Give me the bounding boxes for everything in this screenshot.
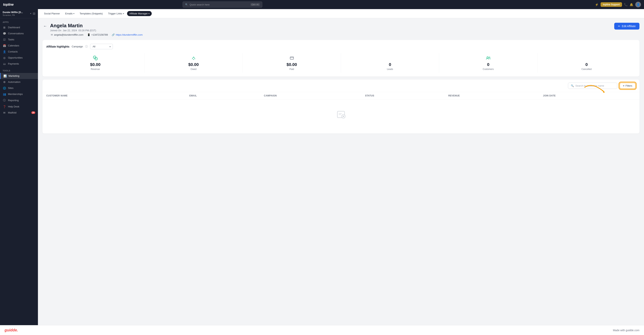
stats-row: $0.00 Revenue $0.00 Owed: [46, 53, 636, 73]
contacts-icon: 👤: [3, 50, 6, 53]
subnav-templates[interactable]: Templates (Snippets): [77, 11, 105, 16]
affiliate-email: angela@dundermifflin.com: [54, 33, 84, 36]
subnav-trigger-links[interactable]: Trigger Links ▾: [106, 11, 126, 16]
sidebar-item-payments[interactable]: 🗂 Payments: [0, 61, 38, 67]
sidebar-item-conversations[interactable]: 💬 Conversations: [0, 30, 38, 36]
sidebar-item-helpdesk[interactable]: ❓ Help Desk: [0, 104, 38, 110]
sidebar-item-automation[interactable]: ⚙ Automation: [0, 79, 38, 85]
customer-search-wrapper[interactable]: 🔍: [568, 83, 617, 89]
affiliate-meta: ✉ angela@dundermifflin.com 📱 +1347215678…: [42, 33, 640, 36]
reporting-icon: ⓘ: [3, 99, 6, 102]
back-button[interactable]: ←: [42, 23, 48, 29]
sidebar-item-opportunities[interactable]: ◎ Opportunities: [0, 55, 38, 61]
svg-point-4: [487, 57, 488, 58]
calendars-icon: 📅: [3, 44, 6, 47]
sidebar-item-label: Memberships: [8, 93, 23, 95]
tasks-icon: ☑: [3, 38, 6, 41]
empty-state-row: [42, 99, 640, 134]
affiliate-manager-chevron-icon: ▾: [148, 12, 150, 14]
campaign-select[interactable]: All: [90, 44, 113, 49]
sidebar: Dunder Mifflin [D... Scranton, PA ▾ ⊟ Ap…: [0, 9, 38, 325]
lightning-icon[interactable]: ⚡: [595, 3, 599, 6]
filters-label: Filters: [626, 84, 632, 87]
phone-icon[interactable]: 📞: [624, 3, 628, 6]
leads-value: 0: [342, 62, 438, 67]
empty-state: [46, 102, 636, 131]
topbar-right: ⚡ topline Support 📞 🔔 👤: [595, 2, 641, 7]
owed-label: Owed: [146, 68, 241, 70]
affiliate-info: Angela Martin Joined On Jan 22, 2024 03:…: [50, 23, 96, 32]
campaign-select-wrapper[interactable]: All: [90, 44, 113, 49]
memberships-icon: 👥: [3, 93, 6, 96]
sidebar-item-label: Payments: [8, 62, 19, 65]
stat-leads: 0 Leads: [341, 53, 439, 73]
customer-search-icon: 🔍: [571, 84, 574, 87]
leads-icon: [342, 55, 438, 61]
sidebar-item-label: Opportunities: [8, 56, 22, 59]
joined-label: Joined On: [50, 29, 61, 32]
search-input[interactable]: [190, 3, 249, 6]
search-icon: 🔍: [185, 3, 188, 6]
sidebar-item-label: Marketing: [8, 74, 19, 77]
sidebar-item-sites[interactable]: 🌐 Sites: [0, 85, 38, 91]
guidde-logo: guidde.: [4, 328, 18, 332]
subnav: Social Planner Emails ▾ Templates (Snipp…: [38, 9, 644, 18]
workspace-selector[interactable]: Dunder Mifflin [D... Scranton, PA ▾ ⊟: [0, 9, 38, 18]
sidebar-item-mailfold[interactable]: ✉ Mailfold 20: [0, 110, 38, 116]
edit-affiliate-label: Edit Affiliate: [622, 25, 636, 28]
subnav-affiliate-manager[interactable]: Affiliate Manager ▾: [127, 11, 152, 16]
stat-cancelled: 0 Cancelled: [538, 53, 636, 73]
sidebar-item-label: Sites: [8, 87, 14, 89]
revenue-value: $0.00: [48, 62, 143, 67]
subnav-emails[interactable]: Emails ▾: [63, 11, 76, 16]
affiliate-website-item[interactable]: 🔗 https://dundermifflin.com: [112, 33, 142, 36]
customers-toolbar: 🔍 ≡ Filters: [42, 80, 640, 92]
affiliate-manager-label: Affiliate Manager: [129, 12, 148, 15]
mailfold-badge: 20: [31, 111, 35, 114]
stat-paid: $0.00 Paid: [243, 53, 341, 73]
mailfold-icon: ✉: [3, 111, 6, 114]
sidebar-item-tasks[interactable]: ☑ Tasks: [0, 36, 38, 43]
sidebar-item-contacts[interactable]: 👤 Contacts: [0, 49, 38, 55]
leads-label: Leads: [342, 68, 438, 70]
col-customer-name: Customer Name: [42, 92, 186, 99]
svg-point-2: [193, 59, 194, 60]
customers-card: 🔍 ≡ Filters: [42, 80, 640, 134]
avatar[interactable]: 👤: [635, 2, 641, 7]
helpdesk-icon: ❓: [3, 105, 6, 108]
owed-value: $0.00: [146, 62, 241, 67]
affiliate-website[interactable]: https://dundermifflin.com: [116, 33, 142, 36]
highlights-title: Affiliate highlights: [46, 45, 70, 48]
notification-icon[interactable]: 🔔: [630, 3, 634, 6]
col-revenue: Revenue: [444, 92, 539, 99]
search-bar[interactable]: 🔍 Ctrl + K: [182, 1, 262, 7]
owed-icon: [146, 55, 241, 61]
edit-affiliate-button[interactable]: ✏ Edit Affiliate: [614, 23, 640, 29]
cancelled-label: Cancelled: [539, 68, 634, 70]
sidebar-section-apps: Apps: [0, 18, 38, 24]
subnav-social-planner[interactable]: Social Planner: [42, 11, 62, 16]
paid-value: $0.00: [244, 62, 339, 67]
sidebar-item-marketing[interactable]: 📊 Marketing: [0, 73, 38, 79]
sidebar-item-memberships[interactable]: 👥 Memberships: [0, 91, 38, 97]
joined-time: 03:26 PM (EST): [78, 29, 96, 32]
guidde-footer: guidde. Made with guidde.com: [0, 325, 644, 335]
content-area: Social Planner Emails ▾ Templates (Snipp…: [38, 9, 644, 325]
sidebar-item-calendars[interactable]: 📅 Calendars: [0, 43, 38, 49]
sidebar-item-reporting[interactable]: ⓘ Reporting: [0, 97, 38, 104]
affiliate-phone: +13472156789: [92, 33, 108, 36]
campaign-info-icon[interactable]: ⓘ: [85, 45, 88, 48]
trigger-links-label: Trigger Links: [108, 12, 122, 15]
support-button[interactable]: topline Support: [600, 2, 622, 7]
col-join-date: Join Date: [539, 92, 640, 99]
page-content: ← Angela Martin Joined On Jan 22, 2024 0…: [38, 18, 644, 325]
topline-logo: topline: [3, 3, 14, 7]
sidebar-item-dashboard[interactable]: ⊞ Dashboard: [0, 24, 38, 30]
sites-icon: 🌐: [3, 87, 6, 90]
filters-button[interactable]: ≡ Filters: [620, 83, 636, 89]
sidebar-collapse-icon[interactable]: ⊟: [33, 12, 35, 15]
customer-search-input[interactable]: [575, 84, 614, 87]
paid-label: Paid: [244, 68, 339, 70]
topbar: topline 🔍 Ctrl + K ⚡ topline Support 📞 🔔…: [0, 0, 644, 9]
main-layout: Dunder Mifflin [D... Scranton, PA ▾ ⊟ Ap…: [0, 9, 644, 325]
